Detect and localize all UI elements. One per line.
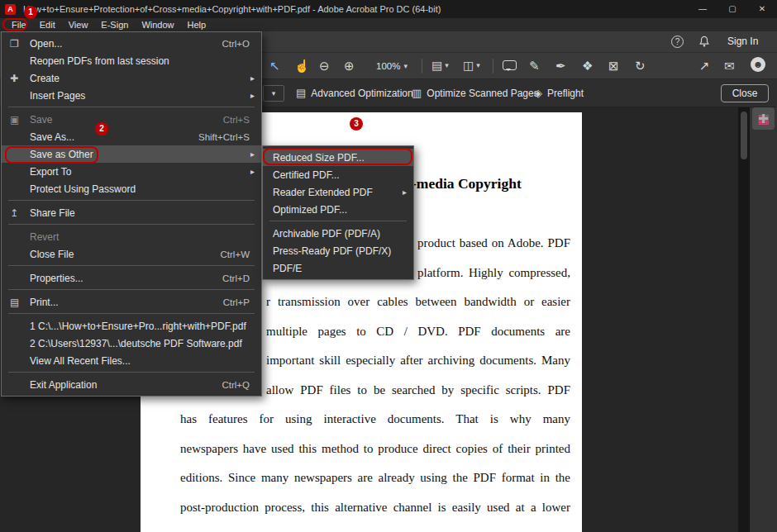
advanced-optimization-button[interactable]: ▤ Advanced Optimization xyxy=(296,87,413,99)
menu-item-print[interactable]: ▤ Print... Ctrl+P xyxy=(2,293,261,311)
email-icon[interactable]: ✉ xyxy=(724,59,735,74)
menu-edit[interactable]: Edit xyxy=(33,18,62,31)
title-bar: A How+to+Ensure+Protection+of+Cross+medi… xyxy=(0,0,777,18)
preflight-icon: ◈ xyxy=(534,87,542,99)
menu-item-revert[interactable]: Revert xyxy=(2,228,261,245)
menu-item-reopen-pdfs[interactable]: Reopen PDFs from last session xyxy=(2,52,261,69)
menu-shortcut: Ctrl+O xyxy=(222,39,261,49)
document-text-line: newspapers have used this method to prod… xyxy=(180,442,570,456)
menu-item-label: Save xyxy=(30,114,52,126)
menu-item-properties[interactable]: Properties... Ctrl+D xyxy=(2,269,261,287)
print-icon: ▤ xyxy=(10,297,30,308)
menu-window[interactable]: Window xyxy=(135,18,180,31)
menu-item-save-as[interactable]: Save As... Shift+Ctrl+S xyxy=(2,128,261,145)
close-window-button[interactable]: ✕ xyxy=(747,0,777,18)
chevron-down-icon: ▾ xyxy=(403,62,408,70)
highlight-icon[interactable]: ✎ xyxy=(529,59,540,74)
menu-help[interactable]: Help xyxy=(181,18,213,31)
zoom-level-value: 100% xyxy=(376,61,400,71)
menu-separator xyxy=(8,372,255,373)
preflight-button[interactable]: ◈ Preflight xyxy=(534,87,584,99)
submenu-item-certified-pdf[interactable]: Certified PDF... xyxy=(263,166,413,183)
close-tool-button[interactable]: Close xyxy=(721,84,769,102)
sign-icon[interactable]: ✒ xyxy=(555,59,566,74)
menu-item-label: Open... xyxy=(30,38,62,50)
menu-item-export-to[interactable]: Export To ▸ xyxy=(2,163,261,180)
menu-item-open[interactable]: ❐ Open... Ctrl+O xyxy=(2,35,261,52)
document-text-line: r transmission over cables between bandw… xyxy=(266,295,570,309)
menu-item-save[interactable]: ▣ Save Ctrl+S xyxy=(2,111,261,128)
submenu-item-optimized-pdf[interactable]: Optimized PDF... xyxy=(263,201,413,218)
stamp-icon[interactable]: ❖ xyxy=(582,59,593,74)
toolbar-separator xyxy=(493,59,493,74)
comment-icon[interactable] xyxy=(503,60,517,70)
delete-icon[interactable]: ⊠ xyxy=(608,59,619,74)
zoom-in-icon[interactable]: ⊕ xyxy=(344,59,355,74)
document-text-line: important skill especially after archivi… xyxy=(266,354,570,368)
create-icon: ✚ xyxy=(10,73,30,84)
document-text-line: multiple pages to CD / DVD. PDF document… xyxy=(266,325,570,339)
menu-item-insert-pages[interactable]: Insert Pages ▸ xyxy=(2,87,261,104)
menu-item-close-file[interactable]: Close File Ctrl+W xyxy=(2,245,261,263)
menu-item-label: Press-Ready PDF (PDF/X) xyxy=(271,245,391,257)
submenu-item-reader-extended-pdf[interactable]: Reader Extended PDF ▸ xyxy=(263,183,413,201)
help-icon[interactable]: ? xyxy=(671,36,684,48)
menu-item-recent-file-2[interactable]: 2 C:\Users\12937\...\deutsche PDF Softwa… xyxy=(2,335,261,352)
scrollbar-thumb[interactable] xyxy=(741,112,747,159)
optimize-scanned-pages-button[interactable]: ▥ Optimize Scanned Pages xyxy=(412,87,539,99)
menu-item-label: Close File xyxy=(30,249,74,260)
menu-item-view-all-recent-files[interactable]: View All Recent Files... xyxy=(2,352,261,369)
sign-in-button[interactable]: Sign In xyxy=(727,36,758,47)
zoom-level-dropdown[interactable]: 100% ▾ xyxy=(369,58,415,74)
menu-file[interactable]: File xyxy=(5,18,33,31)
menu-item-label: Reader Extended PDF xyxy=(271,187,373,198)
page-fit-dropdown[interactable]: ▤ ▾ xyxy=(431,59,449,72)
acrobat-logo-icon: A xyxy=(5,4,16,15)
submenu-arrow-icon: ▸ xyxy=(250,167,261,176)
submenu-item-archivable-pdf[interactable]: Archivable PDF (PDF/A) xyxy=(263,225,413,242)
share-link-icon[interactable]: ↗ xyxy=(699,59,710,74)
menu-item-create[interactable]: ✚ Create ▸ xyxy=(2,69,261,87)
menu-shortcut: Shift+Ctrl+S xyxy=(198,132,261,142)
menu-shortcut: Ctrl+P xyxy=(223,297,261,307)
vertical-scrollbar[interactable] xyxy=(738,107,750,532)
zoom-out-icon[interactable]: ⊖ xyxy=(319,59,330,74)
page-display-dropdown[interactable]: ◫ ▾ xyxy=(463,59,480,72)
menu-item-label: Protect Using Password xyxy=(30,183,136,195)
notifications-bell-icon[interactable] xyxy=(698,36,710,51)
toolbar-separator xyxy=(422,59,422,74)
maximize-button[interactable]: ▢ xyxy=(717,0,747,18)
preflight-label: Preflight xyxy=(547,88,584,99)
hidden-toolbar-control[interactable]: ▾ xyxy=(263,85,284,102)
annotation-badge-1: 1 xyxy=(24,6,37,19)
submenu-arrow-icon: ▸ xyxy=(250,74,261,83)
refresh-icon[interactable]: ↻ xyxy=(635,59,646,74)
document-text-line: editions. Since many newspapers are alre… xyxy=(180,471,570,485)
hand-tool-icon[interactable]: ☝ xyxy=(294,59,310,74)
submenu-item-press-ready-pdf[interactable]: Press-Ready PDF (PDF/X) xyxy=(263,242,413,259)
menu-view[interactable]: View xyxy=(62,18,95,31)
menu-item-label: 2 C:\Users\12937\...\deutsche PDF Softwa… xyxy=(30,338,242,349)
submenu-item-pdf-e[interactable]: PDF/E xyxy=(263,259,413,277)
select-tool-icon[interactable]: ↖ xyxy=(269,59,280,74)
menu-item-protect-using-password[interactable]: Protect Using Password xyxy=(2,180,261,197)
menu-esign[interactable]: E-Sign xyxy=(94,18,135,31)
more-tools-icon[interactable]: ✚ xyxy=(752,107,775,130)
minimize-button[interactable]: — xyxy=(688,0,717,18)
menu-item-exit-application[interactable]: Exit Application Ctrl+Q xyxy=(2,376,261,393)
submenu-item-reduced-size-pdf[interactable]: Reduced Size PDF... xyxy=(263,149,413,166)
menu-item-save-as-other[interactable]: Save as Other ▸ xyxy=(2,145,261,163)
menu-separator xyxy=(269,221,407,221)
menu-item-label: Share File xyxy=(30,207,75,219)
menu-item-label: Optimized PDF... xyxy=(271,204,347,216)
menu-item-label: Archivable PDF (PDF/A) xyxy=(271,228,380,240)
advanced-optimization-label: Advanced Optimization xyxy=(311,88,412,99)
menu-item-recent-file-1[interactable]: 1 C:\...\How+to+Ensure+Pro...right+with+… xyxy=(2,317,261,335)
share-icon: ↥ xyxy=(10,207,30,219)
menu-item-share-file[interactable]: ↥ Share File xyxy=(2,204,261,221)
profile-avatar-icon[interactable]: ☻ xyxy=(751,57,765,72)
chevron-down-icon: ▾ xyxy=(445,61,449,69)
menu-shortcut: Ctrl+Q xyxy=(222,380,261,390)
menu-item-label: Print... xyxy=(30,297,59,308)
submenu-arrow-icon: ▸ xyxy=(403,188,413,197)
